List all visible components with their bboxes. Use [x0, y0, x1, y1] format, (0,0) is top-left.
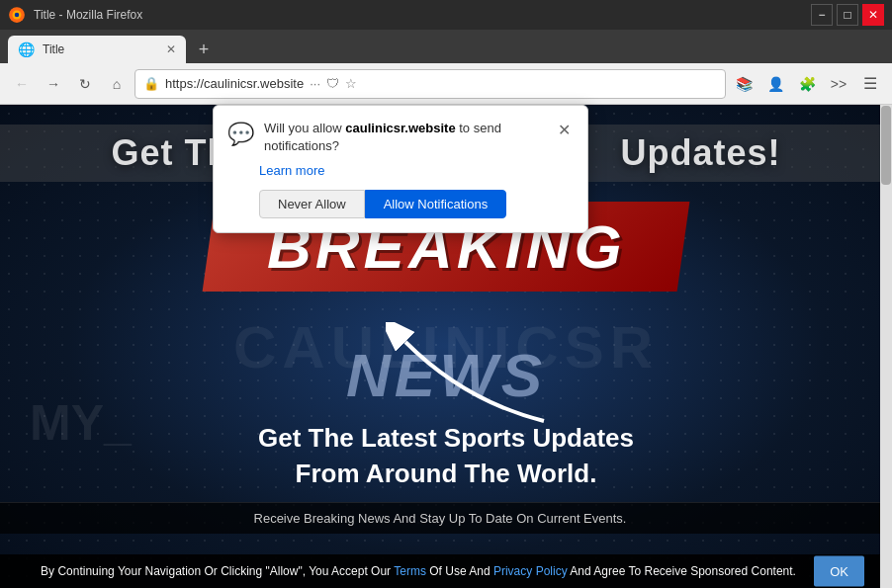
popup-message: Will you allow caulinicsr.website to sen… [264, 120, 544, 155]
popup-close-button[interactable]: ✕ [554, 120, 574, 139]
window-title: Title - Mozilla Firefox [34, 8, 142, 22]
nav-bar: ← → ↻ ⌂ 🔒 https://caulinicsr.website ···… [0, 63, 892, 105]
terms-link[interactable]: Terms [394, 564, 426, 578]
nav-right: 📚 👤 🧩 >> ☰ [730, 70, 884, 98]
privacy-link[interactable]: Privacy Policy [493, 564, 568, 578]
minimize-button[interactable]: − [811, 4, 833, 26]
title-bar: Title - Mozilla Firefox − □ ✕ [0, 0, 892, 30]
never-allow-button[interactable]: Never Allow [259, 190, 365, 218]
notification-popup: 💬 Will you allow caulinicsr.website to s… [213, 105, 588, 233]
scrollbar-thumb[interactable] [881, 106, 891, 185]
home-button[interactable]: ⌂ [103, 70, 131, 98]
popup-buttons: Never Allow Allow Notifications [259, 190, 574, 218]
close-button[interactable]: ✕ [862, 4, 884, 26]
url-bar[interactable]: 🔒 https://caulinicsr.website ··· 🛡 ☆ [134, 69, 726, 99]
popup-chat-icon: 💬 [227, 122, 254, 147]
title-bar-left: Title - Mozilla Firefox [8, 6, 142, 24]
overflow-button[interactable]: >> [825, 70, 852, 98]
popup-text-prefix: Will you allow [264, 121, 345, 135]
forward-button[interactable]: → [40, 70, 67, 98]
popup-header: 💬 Will you allow caulinicsr.website to s… [227, 120, 574, 155]
receive-breaking-news-banner: Receive Breaking News And Stay Up To Dat… [0, 502, 880, 534]
menu-button[interactable]: ☰ [856, 70, 884, 98]
headline-line1: Get The Latest Sports Updates [258, 420, 634, 456]
tab-bar: 🌐 Title ✕ + [0, 30, 892, 63]
more-icon: ··· [310, 76, 320, 91]
headline-text: Get The Latest Sports Updates From Aroun… [258, 420, 634, 492]
consent-ok-button[interactable]: OK [814, 556, 864, 587]
security-icon: 🔒 [143, 76, 159, 91]
refresh-button[interactable]: ↻ [71, 70, 99, 98]
browser-window: Title - Mozilla Firefox − □ ✕ 🌐 Title ✕ … [0, 0, 892, 588]
bookmark-icon: 🛡 [326, 76, 339, 91]
window-controls: − □ ✕ [811, 4, 884, 26]
url-icons: ··· 🛡 ☆ [310, 76, 357, 91]
my-watermark: MY_ [30, 394, 132, 452]
consent-text1: By Continuing Your Navigation Or Clickin… [41, 564, 394, 578]
url-text: https://caulinicsr.website [165, 76, 304, 91]
receive-banner-text: Receive Breaking News And Stay Up To Dat… [254, 511, 627, 526]
tab-favicon: 🌐 [18, 42, 35, 57]
tab-close-button[interactable]: ✕ [166, 42, 176, 56]
maximize-button[interactable]: □ [837, 4, 858, 26]
new-tab-button[interactable]: + [190, 36, 218, 63]
svg-point-2 [15, 13, 20, 18]
scrollbar[interactable] [880, 105, 892, 588]
headline-line2: From Around The World. [258, 456, 634, 491]
firefox-icon [8, 6, 26, 24]
star-icon: ☆ [345, 76, 357, 91]
tab-title: Title [43, 42, 158, 56]
library-button[interactable]: 📚 [730, 70, 758, 98]
consent-bar: By Continuing Your Navigation Or Clickin… [0, 554, 880, 588]
popup-learn-more-link[interactable]: Learn more [259, 163, 574, 178]
popup-domain: caulinicsr.website [345, 121, 455, 135]
sync-button[interactable]: 👤 [761, 70, 789, 98]
allow-notifications-button[interactable]: Allow Notifications [365, 190, 507, 218]
active-tab[interactable]: 🌐 Title ✕ [8, 36, 186, 63]
extensions-button[interactable]: 🧩 [793, 70, 821, 98]
back-button[interactable]: ← [8, 70, 36, 98]
